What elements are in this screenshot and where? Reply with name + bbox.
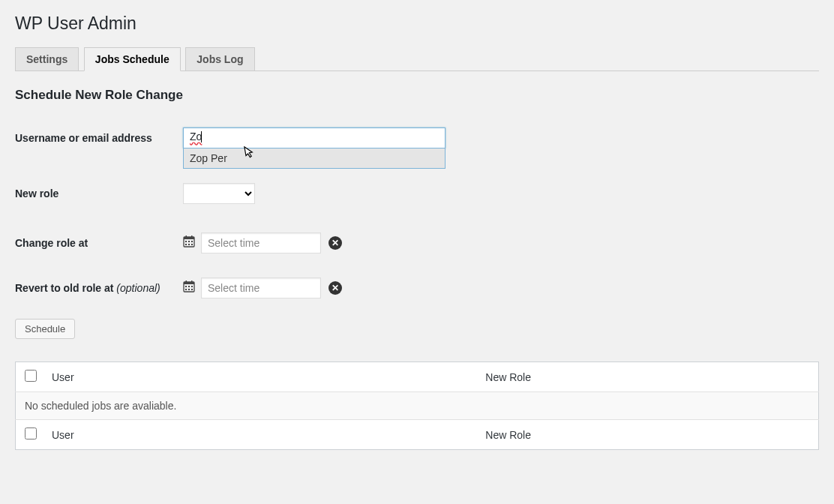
tab-jobs-schedule[interactable]: Jobs Schedule [84,47,181,71]
change-at-label: Change role at [15,237,183,249]
svg-rect-4 [185,241,187,242]
svg-rect-13 [191,280,193,283]
table-footer-row: User New Role [16,420,819,450]
calendar-icon [183,280,195,296]
tab-jobs-log[interactable]: Jobs Log [185,47,254,70]
autocomplete-dropdown: Zop Per [183,148,446,169]
change-at-input[interactable] [201,232,321,254]
col-footer-role[interactable]: New Role [478,420,818,450]
svg-rect-5 [188,241,190,242]
col-header-role[interactable]: New Role [478,362,818,392]
svg-rect-18 [188,289,190,290]
page-title: WP User Admin [15,14,819,34]
svg-rect-8 [188,244,190,245]
select-all-footer-checkbox[interactable] [25,428,37,440]
jobs-table: User New Role No scheduled jobs are aval… [15,362,819,450]
table-empty-row: No scheduled jobs are avaliable. [16,392,819,420]
schedule-button[interactable]: Schedule [15,319,75,339]
role-label: New role [15,188,183,200]
svg-rect-3 [191,236,193,238]
tab-settings[interactable]: Settings [15,47,79,70]
role-select[interactable] [183,183,255,204]
autocomplete-suggestion[interactable]: Zop Per [184,148,445,168]
table-header-row: User New Role [16,362,819,392]
svg-rect-1 [184,237,194,239]
username-label: Username or email address [15,132,183,144]
svg-rect-17 [185,289,187,290]
revert-at-label: Revert to old role at (optional) [15,282,183,294]
svg-rect-6 [191,241,193,242]
revert-at-input[interactable] [201,278,321,298]
section-heading: Schedule New Role Change [15,88,819,103]
svg-rect-7 [185,244,187,245]
col-footer-user[interactable]: User [44,420,478,450]
svg-rect-9 [191,244,193,245]
svg-rect-19 [191,289,193,290]
nav-tabs: Settings Jobs Schedule Jobs Log [15,47,819,71]
clear-revert-at-icon[interactable]: ✕ [328,281,342,295]
svg-rect-16 [191,286,193,287]
svg-rect-11 [184,282,194,284]
svg-rect-14 [185,286,187,287]
clear-change-at-icon[interactable]: ✕ [328,236,342,250]
select-all-checkbox[interactable] [25,370,37,382]
username-input[interactable]: Zo [183,128,446,148]
svg-rect-2 [186,236,188,238]
calendar-icon [183,236,195,250]
col-header-user[interactable]: User [44,362,478,392]
svg-rect-15 [188,286,190,287]
svg-rect-12 [186,280,188,283]
empty-message: No scheduled jobs are avaliable. [16,392,819,420]
